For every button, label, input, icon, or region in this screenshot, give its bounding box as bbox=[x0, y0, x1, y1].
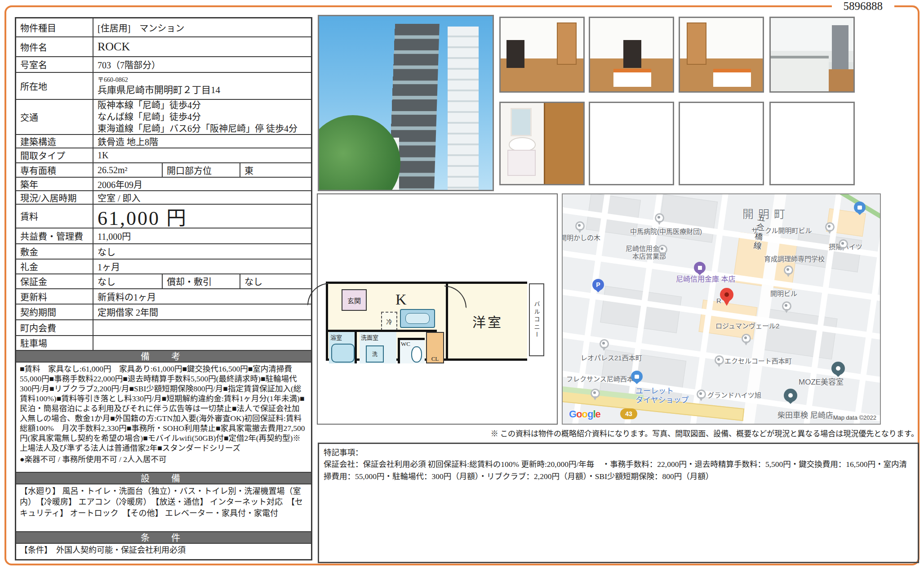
map-label: フレクサンス尼崎西本町 bbox=[566, 375, 640, 383]
row-value bbox=[93, 336, 311, 350]
floorplan-box: 玄関 K 冷 浴室 洗面室洗 WC CL 洋室 バルコニー bbox=[317, 193, 558, 425]
washstand-photo-image bbox=[501, 103, 583, 184]
row-value-2: 東 bbox=[240, 163, 311, 177]
remarks-header: 備 考 bbox=[16, 350, 311, 362]
table-row: 保証金 なし 償却・敷引 なし bbox=[16, 273, 311, 288]
floorplan-fridge: 冷 bbox=[381, 312, 397, 331]
row-value: 鉄骨造 地上8階 bbox=[93, 135, 311, 148]
document-number: 5896888 bbox=[832, 0, 895, 13]
postal-code: 〒660-0862 bbox=[98, 76, 128, 84]
transit-line: 阪神本線「尼崎」徒歩4分 bbox=[98, 100, 201, 111]
map-pin-icon bbox=[658, 245, 667, 254]
map-label: レオパレス21西本町 bbox=[581, 354, 642, 362]
row-label: 物件名 bbox=[16, 37, 93, 56]
row-value: 1K bbox=[93, 148, 311, 162]
table-row: 礼金 1ヶ月 bbox=[16, 259, 311, 273]
shop-pin-icon bbox=[631, 371, 643, 382]
empty-photo-slot-2 bbox=[679, 102, 764, 185]
room-photo-image bbox=[590, 18, 673, 91]
special-notes-body: 保証会社：保証会社利用必須 初回保証料:総賃料の100% 更新時:20,000円… bbox=[324, 458, 913, 482]
row-label: 築年 bbox=[16, 178, 93, 190]
remarks-text: ■賃料 家具なし:61,000円 家具あり:61,000円■鍵交換代16,500… bbox=[20, 364, 307, 453]
transit-line: なんば線「尼崎」徒歩4分 bbox=[98, 111, 201, 123]
kitchen-photo bbox=[769, 17, 855, 93]
row-label-2: 開口部方位 bbox=[163, 163, 240, 177]
table-row: 物件名 ROCK bbox=[16, 36, 311, 56]
floorplan-wc: WC bbox=[398, 338, 425, 363]
map-label: グランドハイツ旭 bbox=[707, 391, 761, 399]
table-row: 所在地 〒660-0862 兵庫県尼崎市開明町２丁目14 bbox=[16, 72, 311, 99]
table-row: 物件種目 [住居用] マンション bbox=[16, 18, 311, 36]
empty-photo-slot-1 bbox=[589, 102, 674, 185]
table-row: 専有面積 26.52m² 開口部方位 東 bbox=[16, 162, 311, 177]
washer-icon: 洗 bbox=[366, 345, 384, 363]
row-label: 礼金 bbox=[16, 260, 93, 273]
location-map: 開明町 五合橋線 開明かしの木 中馬病院(中馬医療財団) 尼崎信用金庫 本店営業… bbox=[562, 193, 881, 425]
floorplan-drawing: 玄関 K 冷 浴室 洗面室洗 WC CL 洋室 バルコニー bbox=[326, 279, 551, 362]
row-value: 11,000円 bbox=[93, 228, 311, 243]
floorplan-kitchen-label: K bbox=[395, 291, 407, 308]
map-label: 尼崎信用金庫 本店 bbox=[676, 275, 735, 283]
row-label: 所在地 bbox=[16, 73, 93, 99]
table-row: 共益費・管理費 11,000円 bbox=[16, 228, 311, 243]
map-copyright: Map data ©2022 bbox=[833, 414, 876, 421]
room-photo-image bbox=[501, 18, 583, 91]
kitchen-photo-image bbox=[771, 18, 853, 91]
building-photo-image bbox=[319, 16, 493, 190]
row-label: 現況/入居時期 bbox=[16, 191, 93, 204]
table-row: 更新料 新賃料の1ヶ月 bbox=[16, 288, 311, 304]
salon-pin-icon bbox=[831, 362, 845, 375]
table-row: 現況/入居時期 空室 / 即入 bbox=[16, 190, 311, 204]
equipment-body: 【水廻り】 風呂・トイレ・洗面台（独立）・バス・トイレ別・洗濯機置場（室内） 【… bbox=[16, 484, 311, 531]
route-shield: 43 bbox=[620, 408, 637, 419]
row-value: [住居用] マンション bbox=[93, 18, 311, 36]
conditions-body: 【条件】 外国人契約可能・保証会社利用必須 bbox=[16, 543, 311, 559]
map-pin-icon bbox=[839, 239, 848, 249]
row-value: 新賃料の1ヶ月 bbox=[93, 289, 311, 304]
property-sheet: 5896888 物件種目 [住居用] マンション 物件名 ROCK 号室名 70… bbox=[0, 0, 924, 569]
table-row: 敷金 なし bbox=[16, 243, 311, 259]
row-label: 号室名 bbox=[16, 57, 93, 72]
row-label: 町内会費 bbox=[16, 320, 93, 335]
disclaimer-note: ※ この資料は物件の概略紹介資料になります。写真、間取図面、設備、概要などが現況… bbox=[321, 427, 919, 439]
remarks-body: ■賃料 家具なし:61,000円 家具あり:61,000円■鍵交換代16,500… bbox=[16, 362, 311, 472]
map-pin-icon bbox=[782, 301, 791, 311]
row-value: なし bbox=[93, 274, 163, 288]
parking-pin-icon: P bbox=[592, 279, 604, 291]
row-label: 駐車場 bbox=[16, 336, 93, 350]
row-value bbox=[93, 320, 311, 335]
row-value: なし bbox=[93, 244, 311, 259]
row-label: 間取タイプ bbox=[16, 148, 93, 162]
row-value: 703（7階部分） bbox=[93, 57, 311, 72]
row-label: 交通 bbox=[16, 100, 93, 134]
transit-line: 東海道線「尼崎」バス6分「阪神尼崎」停 徒歩4分 bbox=[98, 123, 298, 134]
remarks-restrictions: ●楽器不可 / 事務所使用不可 / 2人入居不可 bbox=[20, 454, 307, 464]
map-pin-icon bbox=[784, 265, 793, 275]
empty-photo-slot-3 bbox=[769, 102, 855, 185]
map-label: 柴田車検 尼崎店 bbox=[777, 411, 833, 420]
row-label: 共益費・管理費 bbox=[16, 228, 93, 243]
toilet-icon bbox=[411, 346, 422, 363]
building-photo bbox=[318, 15, 494, 191]
map-label: 開明ビル bbox=[770, 290, 797, 297]
row-value: 阪神本線「尼崎」徒歩4分 なんば線「尼崎」徒歩4分 東海道線「尼崎」バス6分「阪… bbox=[93, 100, 311, 134]
floorplan-bathroom: 浴室 bbox=[329, 332, 357, 363]
row-label: 敷金 bbox=[16, 244, 93, 259]
map-label: 育成調理師専門学校 bbox=[764, 255, 825, 263]
shop-pin-icon bbox=[854, 202, 866, 213]
bathtub-icon bbox=[331, 344, 355, 363]
map-pin-icon bbox=[825, 222, 835, 232]
table-row-rent: 賃料 61,000 円 bbox=[16, 204, 311, 228]
row-label-2: 償却・敷引 bbox=[163, 274, 240, 288]
map-pin-icon bbox=[575, 221, 585, 231]
table-row: 契約期間 定期借家 2年間 bbox=[16, 304, 311, 319]
floorplan-balcony: バルコニー bbox=[529, 283, 544, 356]
table-row: 建築構造 鉄骨造 地上8階 bbox=[16, 134, 311, 148]
floorplan-unit: 玄関 K 冷 浴室 洗面室洗 WC CL 洋室 bbox=[326, 282, 527, 361]
map-pin-icon bbox=[742, 334, 751, 343]
row-value: 2006年09月 bbox=[93, 178, 311, 190]
map-area-label: 開明町 bbox=[742, 208, 790, 221]
special-notes-box: 特記事項： 保証会社：保証会社利用必須 初回保証料:総賃料の100% 更新時:2… bbox=[318, 443, 919, 563]
row-label: 保証金 bbox=[16, 274, 93, 288]
rent-value: 61,000 円 bbox=[93, 205, 311, 228]
